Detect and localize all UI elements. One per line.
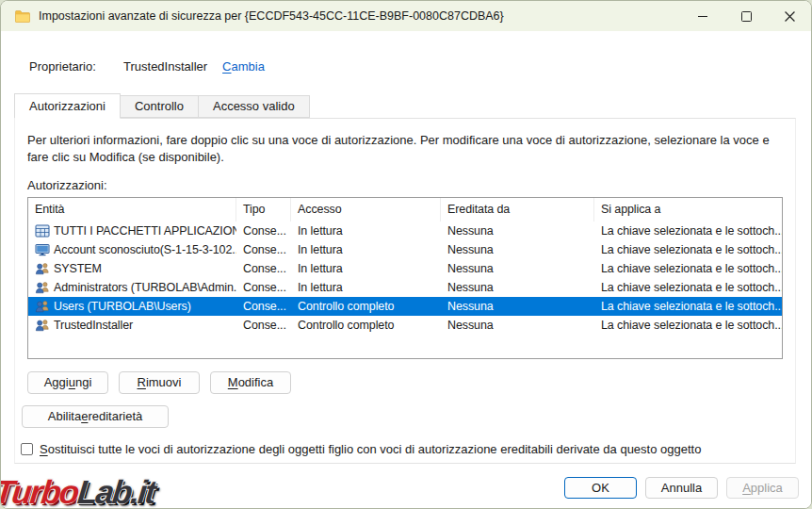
type-cell: Conse... [236,259,291,278]
column-header-tipo[interactable]: Tipo [236,198,291,222]
replace-permissions-checkbox-row[interactable]: Sostituisci tutte le voci di autorizzazi… [21,442,783,457]
inherited-cell: Nessuna [441,278,594,297]
users-group-icon [35,299,50,314]
entity-cell: TrustedInstaller [28,316,236,335]
list-action-buttons: Aggiungi Rimuovi Modifica [27,371,783,394]
permission-row[interactable]: TUTTI I PACCHETTI APPLICAZIONI Conse... … [28,222,782,240]
applies-cell: La chiave selezionata e le sottoch... [594,316,782,335]
replace-permissions-checkbox[interactable] [21,443,33,455]
cancel-button[interactable]: Annulla [645,477,718,499]
label-part: Aggi [44,375,69,389]
advanced-security-settings-dialog: Impostazioni avanzate di sicurezza per {… [0,0,812,509]
type-cell: Conse... [236,316,291,335]
permission-row[interactable]: TrustedInstaller Conse... Controllo comp… [28,316,782,335]
applies-cell: La chiave selezionata e le sottoch... [594,259,782,278]
access-cell: In lettura [291,259,441,278]
inherited-cell: Nessuna [441,316,594,335]
permissions-description: Per ulteriori informazioni, fare doppio … [27,132,783,167]
permission-row-selected[interactable]: Users (TURBOLAB\Users) Conse... Controll… [28,297,782,316]
type-cell: Conse... [236,222,291,240]
label-part: ngi [75,375,91,389]
inherited-cell: Nessuna [441,240,594,259]
label-part: M [228,375,238,389]
column-header-entita[interactable]: Entità [28,198,236,222]
permissions-list: Entità Tipo Accesso Ereditata da Si appl… [27,197,783,359]
entity-name: Account sconosciuto(S-1-15-3-102... [54,243,236,256]
column-header-si-applica-a[interactable]: Si applica a [594,198,782,222]
remove-button[interactable]: Rimuovi [119,371,200,394]
entity-cell: Account sconosciuto(S-1-15-3-102... [28,240,236,259]
window-title: Impostazioni avanzate di sicurezza per {… [39,9,504,23]
maximize-button[interactable] [724,1,768,31]
permission-row[interactable]: Account sconosciuto(S-1-15-3-102... Cons… [28,240,782,259]
replace-permissions-label: Sostituisci tutte le voci di autorizzazi… [40,442,701,457]
titlebar: Impostazioni avanzate di sicurezza per {… [1,1,811,31]
entity-cell: TUTTI I PACCHETTI APPLICAZIONI [28,222,236,240]
label-part: A [742,481,751,495]
entity-cell: Administrators (TURBOLAB\Admin... [28,278,236,297]
tab-controllo[interactable]: Controllo [120,95,199,118]
label-part: ambia [232,59,265,74]
owner-row: Proprietario: TrustedInstaller Cambia [29,59,811,74]
label-part: u [69,375,75,389]
tab-autorizzazioni[interactable]: Autorizzazioni [14,93,121,119]
entity-name: Administrators (TURBOLAB\Admin... [54,281,236,294]
app-packages-icon [35,223,50,238]
minimize-icon [698,16,707,17]
users-group-icon [35,280,50,295]
access-cell: In lettura [291,222,441,240]
label-part: R [138,375,146,389]
edit-button[interactable]: Modifica [210,371,291,394]
close-button[interactable] [768,1,811,31]
inherited-cell: Nessuna [441,297,594,316]
column-header-accesso[interactable]: Accesso [291,198,441,222]
add-button[interactable]: Aggiungi [27,371,108,394]
label-part: Abilita [48,409,81,423]
access-cell: Controllo completo [291,316,441,335]
tab-strip: Autorizzazioni Controllo Accesso valido [14,93,796,118]
apply-button[interactable]: Applica [726,477,799,499]
label-part: reditarietà [88,409,142,423]
label-part: S [40,442,48,456]
applies-cell: La chiave selezionata e le sottoch... [594,297,782,316]
entity-name: Users (TURBOLAB\Users) [54,300,191,313]
access-cell: In lettura [291,240,441,259]
label-part: C [222,59,231,74]
owner-label: Proprietario: [29,59,123,74]
type-cell: Conse... [236,278,291,297]
column-header-ereditata-da[interactable]: Ereditata da [441,198,594,222]
label-part: ostituisci tutte le voci di autorizzazio… [48,442,702,456]
label-part: odifica [238,375,274,389]
permission-row[interactable]: SYSTEM Conse... In lettura Nessuna La ch… [28,259,782,278]
dialog-footer: OK Annulla Applica [1,468,811,508]
tab-accesso-valido[interactable]: Accesso valido [198,95,310,118]
access-cell: Controllo completo [291,297,441,316]
owner-value: TrustedInstaller [123,59,207,74]
users-group-icon [35,261,50,276]
type-cell: Conse... [236,240,291,259]
enable-inheritance-button[interactable]: Abilita ereditarietà [22,405,169,428]
applies-cell: La chiave selezionata e le sottoch... [594,222,782,240]
permissions-label: Autorizzazioni: [27,178,783,192]
entity-name: TUTTI I PACCHETTI APPLICAZIONI [54,224,236,238]
minimize-button[interactable] [681,1,724,31]
permissions-tab-panel: Per ulteriori informazioni, fare doppio … [14,118,796,464]
inheritance-row: Abilita ereditarietà [22,405,783,428]
label-part: pplica [751,481,783,495]
entity-cell: Users (TURBOLAB\Users) [28,297,236,316]
unknown-account-icon [35,242,50,257]
window-controls [681,1,811,31]
users-group-icon [35,318,50,333]
inherited-cell: Nessuna [441,259,594,278]
label-part: e [81,409,88,423]
ok-button[interactable]: OK [564,477,637,499]
change-owner-link[interactable]: Cambia [222,59,265,74]
permission-row[interactable]: Administrators (TURBOLAB\Admin... Conse.… [28,278,782,297]
close-icon [785,11,795,22]
access-cell: In lettura [291,278,441,297]
folder-icon [15,10,30,23]
applies-cell: La chiave selezionata e le sottoch... [594,240,782,259]
entity-name: SYSTEM [54,262,102,275]
maximize-icon [741,11,752,22]
inherited-cell: Nessuna [441,222,594,240]
